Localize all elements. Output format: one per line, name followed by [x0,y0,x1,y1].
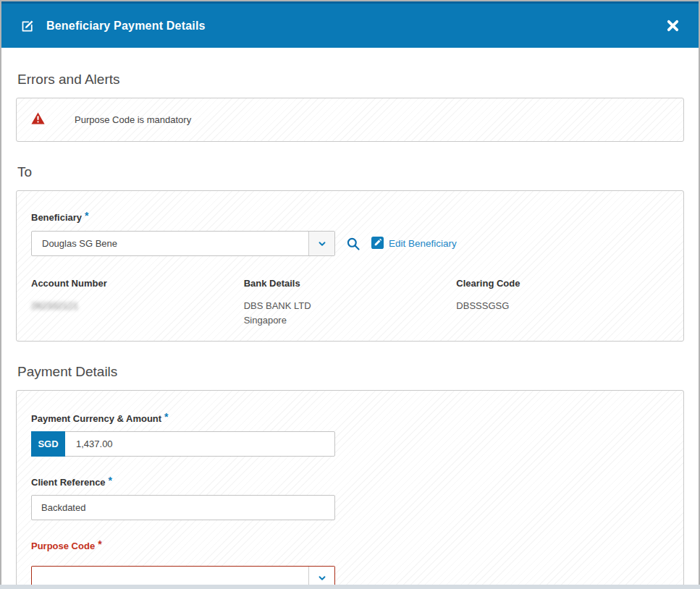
beneficiary-selected-value: Douglas SG Bene [32,232,308,255]
edit-icon [20,18,35,33]
to-section-heading: To [17,164,684,180]
errors-section-heading: Errors and Alerts [17,72,684,88]
edit-beneficiary-label: Edit Beneficiary [389,238,457,249]
required-marker: * [85,210,88,221]
beneficiary-select[interactable]: Douglas SG Bene [31,231,335,256]
modal-content: Errors and Alerts Purpose Code is mandat… [1,72,699,589]
client-reference-input[interactable] [31,495,335,520]
required-marker: * [98,538,101,550]
beneficiary-details-grid: Account Number 262332121 Bank Details DB… [31,276,669,328]
client-reference-label: Client Reference [31,477,106,488]
edit-beneficiary-icon [371,237,384,251]
bank-name: DBS BANK LTD [244,299,457,313]
required-marker: * [109,475,112,486]
bank-details-label: Bank Details [244,278,300,289]
payment-details-heading: Payment Details [17,364,684,380]
purpose-code-label: Purpose Code [31,541,95,551]
beneficiary-label: Beneficiary [31,212,82,223]
clearing-code-cell: Clearing Code DBSSSGSG [456,276,669,328]
bottom-strip [0,585,700,589]
currency-amount-field: Payment Currency & Amount* SGD [31,412,335,457]
chevron-down-icon[interactable] [308,232,334,255]
amount-input[interactable] [65,432,334,456]
search-icon[interactable] [345,235,362,253]
modal-header: Beneficiary Payment Details [1,1,699,48]
account-number-label: Account Number [31,278,107,289]
clearing-code-value: DBSSSGSG [456,299,669,313]
currency-badge: SGD [31,431,65,457]
bank-city: Singapore [244,313,457,328]
bank-details-cell: Bank Details DBS BANK LTD Singapore [244,276,457,328]
modal-title: Beneficiary Payment Details [46,20,206,33]
amount-input-group: SGD [31,431,335,457]
to-panel: Beneficiary* Douglas SG Bene [16,190,684,342]
edit-beneficiary-link[interactable]: Edit Beneficiary [371,237,457,251]
required-marker: * [164,411,168,423]
close-icon[interactable] [663,16,683,35]
account-number-value: 262332121 [31,299,244,313]
payment-details-panel: Payment Currency & Amount* SGD Client Re… [16,390,684,589]
currency-amount-label: Payment Currency & Amount [31,413,161,424]
clearing-code-label: Clearing Code [456,278,520,289]
account-number-cell: Account Number 262332121 [31,276,244,328]
beneficiary-payment-details-modal: Beneficiary Payment Details Errors and A… [0,0,700,589]
client-reference-field: Client Reference* [31,475,335,520]
warning-icon [31,112,45,127]
alert-message: Purpose Code is mandatory [75,114,191,125]
error-alert-box: Purpose Code is mandatory [16,98,684,142]
beneficiary-row: Douglas SG Bene [31,231,669,256]
purpose-code-field: Purpose Code* Purpose Code is mandatory [31,539,335,589]
